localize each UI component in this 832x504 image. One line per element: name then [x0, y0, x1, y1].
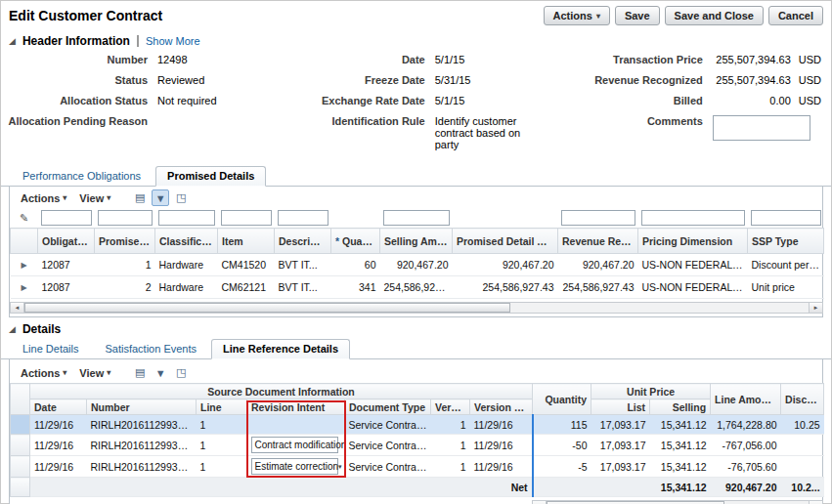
column-header-document-type[interactable]: Document Type	[345, 399, 431, 415]
tab-satisfaction-events[interactable]: Satisfaction Events	[93, 339, 208, 358]
save-and-close-button[interactable]: Save and Close	[665, 6, 764, 25]
column-header-promised-detail[interactable]: Promised Detail	[95, 229, 155, 254]
cell-number: RIRLH2016112993830	[87, 415, 197, 435]
field-value: 5/1/15	[435, 95, 465, 106]
column-header-classification[interactable]: Classification	[155, 229, 218, 254]
view-menu[interactable]: View ▾	[74, 365, 115, 381]
cell-selling-price: 15,341.12	[650, 415, 711, 435]
qbe-input-item[interactable]	[221, 210, 272, 226]
net-quantity	[533, 478, 591, 497]
promised-table-toolbar: Actions ▾ View ▾ ▤ ▼ ◳	[10, 187, 822, 208]
cell-pricing-dimension: US-NON FEDERAL CLASS-Med	[638, 254, 748, 276]
qbe-input-classification[interactable]	[158, 210, 215, 226]
column-header-obligation[interactable]: Obligation	[38, 229, 95, 254]
revision-intent-select[interactable]: Estimate correction ▾	[251, 458, 338, 475]
query-by-example-icon[interactable]: ▼	[152, 364, 169, 381]
qbe-input-revenue-recognized[interactable]	[561, 210, 635, 226]
column-header-discount[interactable]: Discount %	[781, 384, 824, 415]
actions-menu[interactable]: Actions ▾	[16, 365, 71, 381]
cell-version-date: 11/29/16	[470, 435, 533, 456]
net-discount: 10.2...	[781, 478, 824, 497]
cell-date: 11/29/16	[30, 456, 87, 478]
freeze-icon[interactable]: ▤	[131, 189, 149, 206]
cell-quantity: -50	[533, 435, 591, 456]
actions-menu-label: Actions	[553, 10, 592, 21]
collapse-section-icon[interactable]: ◢	[9, 324, 16, 334]
row-expander-icon[interactable]: ▶	[11, 254, 38, 276]
freeze-icon[interactable]: ▤	[131, 364, 149, 381]
column-header-pricing-dimension[interactable]: Pricing Dimension	[638, 229, 748, 254]
group-header-unit-price: Unit Price	[591, 384, 711, 399]
cell-version: 1	[431, 415, 470, 435]
table-row-selected[interactable]: 11/29/16 RIRLH2016112993830 1 Service Co…	[11, 415, 824, 435]
scroll-thumb[interactable]	[24, 303, 510, 313]
show-more-link[interactable]: Show More	[146, 35, 200, 47]
column-header-quantity[interactable]: Quantity	[533, 384, 591, 415]
field-billed: Billed 0.00 USD	[529, 95, 821, 107]
view-menu[interactable]: View ▾	[74, 190, 115, 206]
column-header-line[interactable]: Line	[197, 399, 247, 415]
column-header-revenue-recognized[interactable]: Revenue Recognized	[558, 229, 638, 254]
field-comments: Comments	[529, 115, 821, 141]
table-row[interactable]: ▶ 12087 2 Hardware CM62121 BVT IT... 341…	[11, 276, 824, 299]
cell-document-type: Service Contracts	[345, 435, 431, 456]
cell-pricing-dimension: US-NON FEDERAL CLASS	[638, 276, 748, 299]
column-header-description[interactable]: Descript...	[275, 229, 331, 254]
save-button[interactable]: Save	[615, 6, 660, 25]
tab-line-details[interactable]: Line Details	[11, 339, 90, 358]
row-selector[interactable]	[11, 456, 30, 478]
column-header-list[interactable]: List	[591, 399, 650, 415]
scroll-left-button[interactable]: ◄	[11, 303, 24, 313]
field-allocation-status: Allocation Status Not required	[3, 95, 251, 107]
detach-icon[interactable]: ◳	[172, 364, 190, 381]
detach-icon[interactable]: ◳	[172, 189, 190, 206]
tab-promised-details[interactable]: Promised Details	[155, 166, 266, 187]
revision-intent-select[interactable]: Contract modification ▾	[251, 437, 338, 453]
column-header-revision-intent[interactable]: Revision Intent	[247, 399, 345, 415]
column-header-number[interactable]: Number	[87, 399, 197, 415]
qbe-input-promised-detail[interactable]	[98, 210, 153, 226]
revision-intent-value: Estimate correction	[255, 461, 339, 472]
row-expander-icon[interactable]: ▶	[11, 276, 38, 299]
cancel-button[interactable]: Cancel	[768, 6, 823, 25]
tab-performance-obligations[interactable]: Performance Obligations	[11, 166, 153, 186]
tab-line-reference-details[interactable]: Line Reference Details	[211, 339, 350, 359]
cell-line-amount: -767,056.00	[711, 435, 781, 456]
column-header-date[interactable]: Date	[30, 399, 87, 415]
column-header-ssp-type[interactable]: SSP Type	[748, 229, 824, 254]
net-list	[591, 478, 650, 497]
table-row[interactable]: 11/29/16 RIRLH2016112993830 1 Contract m…	[11, 435, 824, 456]
row-selector[interactable]	[11, 415, 30, 435]
qbe-input-description[interactable]	[278, 210, 328, 226]
column-header-item[interactable]: Item	[218, 229, 275, 254]
qbe-pencil-icon: ✎	[11, 208, 38, 229]
scroll-track[interactable]	[24, 303, 809, 313]
main-tab-bar: Performance Obligations Promised Details	[1, 166, 831, 187]
table-row[interactable]: ▶ 12087 1 Hardware CM41520 BVT IT... 60 …	[11, 254, 824, 276]
row-selector[interactable]	[11, 435, 30, 456]
qbe-input-obligation[interactable]	[41, 210, 92, 226]
field-revenue-recognized: Revenue Recognized 255,507,394.63 USD	[529, 74, 821, 87]
qbe-input-pricing-dimension[interactable]	[641, 210, 745, 226]
qbe-input-ssp-type[interactable]	[751, 210, 821, 226]
column-header-promised-detail-amount[interactable]: Promised Detail Amount	[453, 229, 558, 254]
column-header-quantity[interactable]: * Quantity	[331, 229, 380, 254]
column-header-selling-amount[interactable]: Selling Amount	[380, 229, 453, 254]
required-icon: *	[335, 235, 339, 247]
table-row[interactable]: 11/29/16 RIRLH2016112993830 1 Estimate c…	[11, 456, 824, 478]
collapse-section-icon[interactable]: ◢	[9, 36, 16, 46]
column-header-version-date[interactable]: Version Date	[470, 399, 533, 415]
field-identification-rule: Identification Rule Identify customer co…	[251, 115, 529, 150]
column-header-version[interactable]: Version	[431, 399, 470, 415]
query-by-example-icon[interactable]: ▼	[152, 189, 169, 206]
actions-menu-button[interactable]: Actions ▾	[544, 6, 610, 25]
scroll-right-button[interactable]: ►	[809, 303, 822, 313]
net-label: Net	[30, 478, 533, 497]
qbe-input-selling-amount[interactable]	[383, 210, 450, 226]
column-header-selling[interactable]: Selling	[650, 399, 711, 415]
net-selling: 15,341.12	[650, 478, 711, 497]
field-status: Status Reviewed	[3, 74, 251, 87]
actions-menu[interactable]: Actions ▾	[16, 190, 71, 206]
comments-textarea[interactable]	[713, 115, 810, 141]
column-header-line-amount[interactable]: Line Amount	[711, 384, 781, 415]
